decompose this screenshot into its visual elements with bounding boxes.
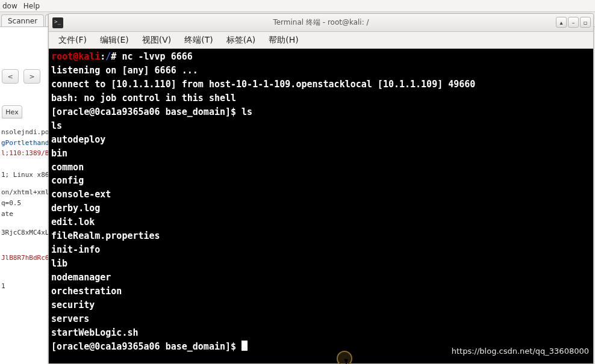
watermark: https://blog.csdn.net/qq_33608000 (452, 347, 589, 356)
menu-edit[interactable]: 编辑(E) (94, 33, 135, 48)
bg-menu-item[interactable]: Help (23, 2, 40, 10)
snippet: l;110:1389/Ba (1, 148, 49, 159)
snippet: q=0.5 (1, 198, 49, 209)
nav-forward-button[interactable]: > (23, 69, 40, 84)
snippet: ate (1, 209, 49, 220)
menu-file[interactable]: 文件(F) (52, 33, 93, 48)
titlebar[interactable]: Terminal 终端 - root@kali: / ▴ – ▫ (49, 14, 593, 32)
nav-back-button[interactable]: < (2, 69, 19, 84)
snippet: nsolejndi.por (1, 127, 49, 138)
menu-terminal[interactable]: 终端(T) (178, 33, 219, 48)
window-minimize-button[interactable]: – (568, 17, 579, 28)
terminal-icon (52, 17, 63, 28)
window-title: Terminal 终端 - root@kali: / (49, 17, 593, 28)
menu-help[interactable]: 帮助(H) (263, 33, 304, 48)
terminal-output[interactable]: root@kali:/# nc -lvvp 6666 listening on … (49, 49, 593, 363)
bg-menu-item[interactable]: dow (2, 2, 17, 10)
bg-hex-content: nsolejndi.por gPortlethandl l;110:1389/B… (0, 125, 51, 294)
snippet: gPortlethandl (1, 138, 49, 149)
tab-scanner[interactable]: Scanner (1, 14, 44, 26)
window-maximize-button[interactable]: ▫ (580, 17, 591, 28)
menu-view[interactable]: 视图(V) (136, 33, 178, 48)
window-up-button[interactable]: ▴ (556, 17, 567, 28)
hex-tab[interactable]: Hex (2, 105, 22, 119)
snippet: 3RjcC8xMC4xL (1, 227, 49, 238)
snippet: 1 (1, 281, 49, 292)
snippet: on/xhtml+xml (1, 187, 49, 198)
bg-panel: < > Hex nsolejndi.por gPortlethandl l;11… (0, 27, 51, 364)
terminal-window: Terminal 终端 - root@kali: / ▴ – ▫ 文件(F) 编… (48, 13, 594, 364)
snippet: 1; Linux x86 (1, 170, 49, 180)
touch-indicator-icon (337, 351, 352, 364)
bg-menubar: dow Help (0, 0, 595, 12)
snippet: JlB8R7hBdRc6g (1, 253, 49, 264)
menu-tabs[interactable]: 标签(A) (220, 33, 262, 48)
terminal-menubar: 文件(F) 编辑(E) 视图(V) 终端(T) 标签(A) 帮助(H) (49, 32, 593, 49)
